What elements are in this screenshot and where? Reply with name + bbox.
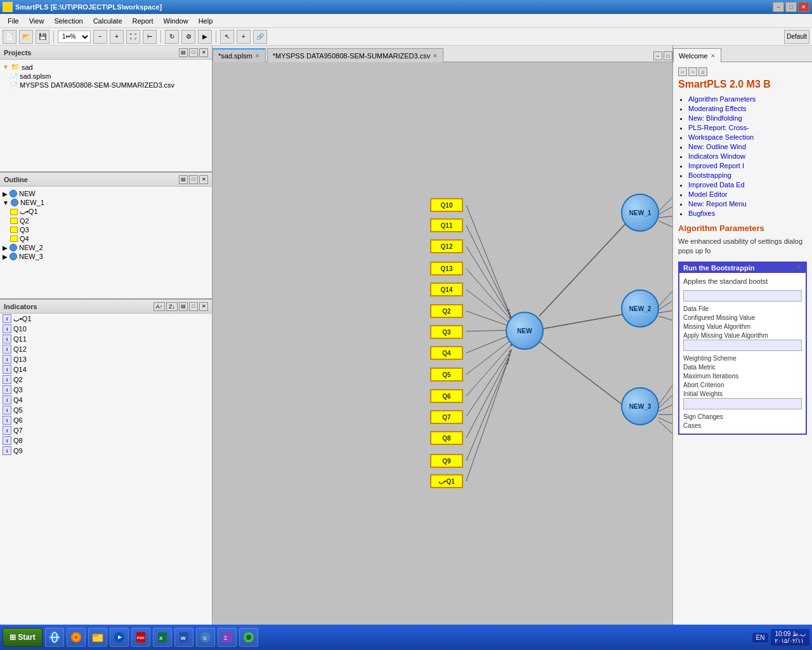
ind-item-Q13[interactable]: iQ13 — [0, 354, 212, 364]
link-moderating[interactable]: Moderating Effects — [688, 105, 747, 112]
dialog-close-btn[interactable]: ✕ — [797, 264, 802, 272]
menu-view[interactable]: View — [24, 16, 49, 26]
menu-window[interactable]: Window — [159, 16, 193, 26]
zoom-select[interactable]: 1••% 50% 75% 100% 150% — [58, 30, 91, 43]
taskbar-icon-ie[interactable] — [45, 628, 64, 647]
projects-expand-btn[interactable]: ▤ — [179, 48, 188, 57]
tab-close-csv[interactable]: ✕ — [433, 53, 438, 59]
ind-item-Q8[interactable]: iQ8 — [0, 435, 212, 446]
ind-item-Q7[interactable]: iQ7 — [0, 425, 212, 435]
pointer-button[interactable]: ↖ — [220, 30, 234, 44]
menu-help[interactable]: Help — [193, 16, 218, 26]
add-button[interactable]: + — [237, 30, 251, 44]
left-rect-Q13[interactable]: Q13 — [430, 262, 463, 275]
canvas-min-btn[interactable]: − — [653, 51, 662, 60]
dialog-weights-input[interactable] — [683, 398, 802, 409]
left-rect-Q5[interactable]: Q5 — [430, 368, 463, 381]
left-rect-Q10[interactable]: Q10 — [430, 198, 463, 212]
taskbar-icon-firefox[interactable] — [67, 628, 86, 647]
ind-item-Q9[interactable]: iQ9 — [0, 446, 212, 456]
menu-file[interactable]: File — [3, 16, 24, 26]
ind-sort-az[interactable]: A↑ — [154, 302, 165, 311]
ind-collapse-btn[interactable]: □ — [189, 302, 198, 311]
taskbar-icon-explorer[interactable] — [88, 628, 107, 647]
outline-close-btn[interactable]: ✕ — [199, 175, 208, 184]
new-button[interactable]: 📄 — [3, 30, 16, 44]
left-rect-Q9[interactable]: Q9 — [430, 454, 463, 468]
taskbar-icon-excel[interactable]: X — [153, 628, 172, 647]
left-rect-Q6[interactable]: Q6 — [430, 389, 463, 403]
left-rect-Q4[interactable]: Q4 — [430, 346, 463, 360]
taskbar-icon-app1[interactable]: S — [196, 628, 215, 647]
tab-csv[interactable]: *MYSPSS DATA950808-SEM-SUMMARIZED3.csv ✕ — [267, 48, 443, 62]
start-button[interactable]: ⊞ Start — [3, 628, 43, 647]
minimize-button[interactable]: − — [773, 2, 784, 12]
ind-item-Q3[interactable]: iQ3 — [0, 385, 212, 395]
outline-NEW_2[interactable]: ▶ NEW_2 — [0, 243, 212, 252]
left-rect-Q11[interactable]: Q11 — [430, 218, 463, 232]
link-model-editor[interactable]: Model Editor — [688, 190, 728, 198]
tab-close-sad[interactable]: ✕ — [255, 53, 260, 59]
tab-sad-splsm[interactable]: *sad.splsm ✕ — [213, 48, 266, 62]
left-rect-Q8[interactable]: Q8 — [430, 431, 463, 445]
dialog-missing-input[interactable] — [683, 340, 802, 351]
ind-item-Q5[interactable]: iQ5 — [0, 405, 212, 415]
ind-item-Q10[interactable]: iQ10 — [0, 324, 212, 334]
open-button[interactable]: 📂 — [19, 30, 33, 44]
left-rect-bq1[interactable]: ب•Q1 — [430, 474, 463, 488]
welcome-tab-close[interactable]: ✕ — [710, 53, 716, 59]
ind-sort-za[interactable]: Z↓ — [166, 302, 178, 311]
projects-close-btn[interactable]: ✕ — [199, 48, 208, 57]
refresh-button[interactable]: ↻ — [165, 30, 179, 44]
link-algorithm[interactable]: Algorithm Parameters — [688, 95, 756, 103]
left-rect-Q3[interactable]: Q3 — [430, 325, 463, 339]
left-rect-Q12[interactable]: Q12 — [430, 239, 463, 253]
latent-NEW_3[interactable]: NEW_3 — [621, 387, 659, 425]
left-rect-Q14[interactable]: Q14 — [430, 282, 463, 296]
maximize-button[interactable]: □ — [785, 2, 797, 12]
welcome-fwd-btn[interactable]: → — [688, 67, 697, 76]
dialog-file-input[interactable] — [683, 290, 802, 302]
outline-Q3[interactable]: Q3 — [0, 225, 212, 234]
ind-item-Q14[interactable]: iQ14 — [0, 364, 212, 375]
outline-NEW_3[interactable]: ▶ NEW_3 — [0, 252, 212, 261]
taskbar-icon-word[interactable]: W — [174, 628, 193, 647]
main-node-NEW[interactable]: NEW — [506, 312, 544, 350]
left-rect-Q7[interactable]: Q7 — [430, 410, 463, 424]
outline-expand-btn[interactable]: ▤ — [179, 175, 188, 184]
link-report-menu[interactable]: New: Report Menu — [688, 200, 747, 208]
run-button[interactable]: ▶ — [198, 30, 212, 44]
ind-item-Q12[interactable]: iQ12 — [0, 344, 212, 354]
fit-button[interactable]: ⛶ — [126, 30, 140, 44]
taskbar-icon-comm[interactable] — [239, 628, 258, 647]
ind-item-Q2[interactable]: iQ2 — [0, 375, 212, 385]
zoom-in-button[interactable]: + — [110, 30, 124, 44]
link-indicators[interactable]: Indicators Window — [688, 152, 745, 160]
ind-item-Q11[interactable]: iQ11 — [0, 334, 212, 344]
outline-collapse-btn[interactable]: □ — [189, 175, 198, 184]
link-improved-report[interactable]: Improved Report I — [688, 162, 744, 169]
projects-collapse-btn[interactable]: □ — [189, 48, 198, 57]
grid-button[interactable]: ⊢ — [143, 30, 157, 44]
zoom-out-button[interactable]: − — [93, 30, 107, 44]
canvas-max-btn[interactable]: □ — [664, 51, 672, 60]
ind-item-bq1[interactable]: iب•Q1 — [0, 314, 212, 324]
latent-NEW_2[interactable]: NEW_2 — [621, 289, 659, 328]
ind-close-btn[interactable]: ✕ — [199, 302, 208, 311]
outline-Q2[interactable]: Q2 — [0, 216, 212, 225]
link-improved-data[interactable]: Improved Data Ed — [688, 181, 745, 189]
tab-welcome[interactable]: Welcome ✕ — [673, 48, 721, 62]
link-blindfolding[interactable]: New: Blindfolding — [688, 114, 742, 122]
latent-NEW_1[interactable]: NEW_1 — [621, 194, 659, 232]
default-button[interactable]: Default — [784, 30, 809, 44]
ind-item-Q4[interactable]: iQ4 — [0, 395, 212, 405]
close-button[interactable]: ✕ — [798, 2, 809, 12]
link-bootstrapping[interactable]: Bootstrapping — [688, 171, 731, 179]
sem-diagram-canvas[interactable]: Q10 Q11 Q12 Q13 Q14 Q2 Q3 Q4 Q5 Q6 Q7 Q8… — [213, 62, 672, 625]
outline-NEW_1[interactable]: ▼ NEW_1 — [0, 198, 212, 207]
link-outline[interactable]: New: Outline Wind — [688, 143, 746, 150]
save-button[interactable]: 💾 — [36, 30, 49, 44]
link-button[interactable]: 🔗 — [253, 30, 267, 44]
menu-report[interactable]: Report — [128, 16, 159, 26]
outline-Q4[interactable]: Q4 — [0, 234, 212, 243]
